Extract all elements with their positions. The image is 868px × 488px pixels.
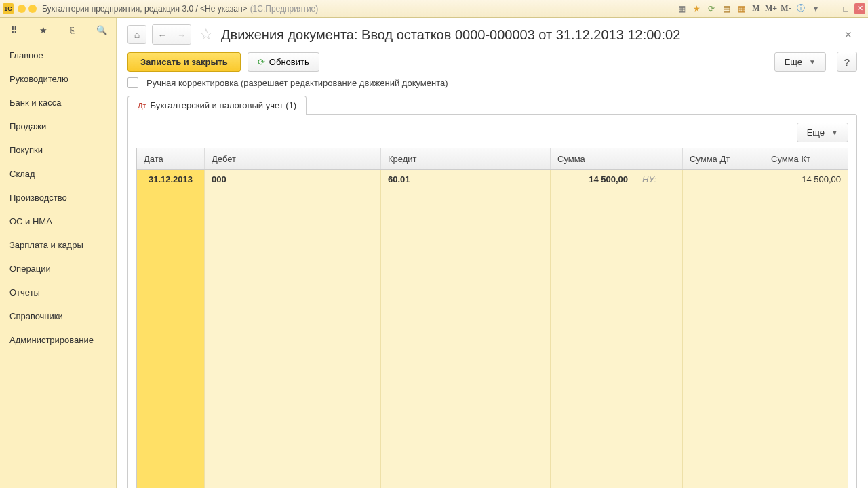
favorite-star-icon[interactable]: ☆ <box>199 26 213 43</box>
save-close-button[interactable]: Записать и закрыть <box>127 52 241 72</box>
sidebar-item-sales[interactable]: Продажи <box>0 115 116 138</box>
chevron-down-icon: ▼ <box>831 129 838 136</box>
manual-correction-row: Ручная корректировка (разрешает редактир… <box>117 77 868 95</box>
table-row[interactable]: 31.12.2013 000 60.01 14 500,00 НУ: 14 50… <box>137 170 848 488</box>
sidebar-item-manager[interactable]: Руководителю <box>0 67 116 91</box>
clipboard-icon[interactable]: ⎘ <box>66 24 79 37</box>
refresh-label: Обновить <box>269 57 309 67</box>
ledger-table: Дата Дебет Кредит Сумма Сумма Дт Сумма К… <box>136 148 848 488</box>
sidebar-item-warehouse[interactable]: Склад <box>0 162 116 186</box>
content-area: ⌂ ← → ☆ Движения документа: Ввод остатко… <box>117 18 868 488</box>
window-subtitle: (1С:Предприятие) <box>250 4 319 14</box>
minimize-icon[interactable]: ─ <box>825 3 837 15</box>
sidebar-item-assets[interactable]: ОС и НМА <box>0 209 116 233</box>
forward-button[interactable]: → <box>172 25 191 44</box>
table-header: Дата Дебет Кредит Сумма Сумма Дт Сумма К… <box>137 148 848 170</box>
window-titlebar: 1С Бухгалтерия предприятия, редакция 3.0… <box>0 0 868 18</box>
sidebar-item-reports[interactable]: Отчеты <box>0 281 116 304</box>
chevron-down-icon: ▼ <box>809 58 816 66</box>
tab-strip: Дт Бухгалтерский и налоговый учет (1) <box>117 95 868 114</box>
table-body[interactable]: 31.12.2013 000 60.01 14 500,00 НУ: 14 50… <box>137 170 848 488</box>
sidebar-item-operations[interactable]: Операции <box>0 257 116 281</box>
page-header: ⌂ ← → ☆ Движения документа: Ввод остатко… <box>117 18 868 49</box>
memory-mplus-button[interactable]: М+ <box>765 3 777 15</box>
panel-more-label: Еще <box>807 127 825 138</box>
toolbar: Записать и закрыть ⟳ Обновить Еще ▼ ? <box>117 49 868 77</box>
th-date[interactable]: Дата <box>137 148 205 169</box>
th-indicator <box>635 148 683 169</box>
ledger-icon: Дт <box>138 102 146 110</box>
dropdown-icon[interactable]: ▾ <box>810 3 822 15</box>
close-icon[interactable]: ✕ <box>854 3 865 14</box>
th-sum-kt[interactable]: Сумма Кт <box>764 148 848 169</box>
memory-m-button[interactable]: М <box>750 3 762 15</box>
memory-mminus-button[interactable]: М- <box>780 3 792 15</box>
cell-credit-account: 60.01 <box>381 170 551 488</box>
refresh-icon: ⟳ <box>258 57 265 67</box>
panel-more-button[interactable]: Еще ▼ <box>797 123 848 142</box>
home-button[interactable]: ⌂ <box>127 25 146 44</box>
grid-icon[interactable]: ▦ <box>675 3 688 15</box>
history-icon[interactable]: ⟳ <box>705 3 717 15</box>
page-close-button[interactable]: × <box>839 28 857 42</box>
more-button[interactable]: Еще ▼ <box>774 52 826 72</box>
cell-sum: 14 500,00 <box>551 170 635 488</box>
star-icon[interactable]: ★ <box>690 3 703 15</box>
accounting-panel: Еще ▼ Дата Дебет Кредит Сумма Сумма Дт С… <box>127 114 857 488</box>
sidebar-item-admin[interactable]: Администрирование <box>0 328 116 352</box>
sidebar-item-production[interactable]: Производство <box>0 186 116 209</box>
main-layout: ⠿ ★ ⎘ 🔍 Главное Руководителю Банк и касс… <box>0 18 868 488</box>
th-sum-dt[interactable]: Сумма Дт <box>683 148 764 169</box>
calc-icon[interactable]: ▤ <box>720 3 732 15</box>
sidebar-item-purchases[interactable]: Покупки <box>0 138 116 162</box>
cell-sum-kt: 14 500,00 <box>764 170 848 488</box>
manual-correction-checkbox[interactable] <box>127 77 138 88</box>
maximize-icon[interactable]: □ <box>840 3 852 15</box>
back-button[interactable]: ← <box>153 25 172 44</box>
refresh-button[interactable]: ⟳ Обновить <box>248 52 319 72</box>
cell-sum-dt <box>683 170 764 488</box>
cell-date: 31.12.2013 <box>137 170 205 488</box>
tab-label: Бухгалтерский и налоговый учет (1) <box>151 100 297 110</box>
favorite-icon[interactable]: ★ <box>37 24 50 37</box>
th-debit[interactable]: Дебет <box>205 148 381 169</box>
page-title: Движения документа: Ввод остатков 0000-0… <box>221 27 833 43</box>
sidebar-item-bank[interactable]: Банк и касса <box>0 91 116 115</box>
sidebar-toolbar: ⠿ ★ ⎘ 🔍 <box>0 18 116 43</box>
nav-circle-forward-icon[interactable] <box>28 5 37 13</box>
tab-accounting[interactable]: Дт Бухгалтерский и налоговый учет (1) <box>127 96 307 115</box>
titlebar-right: ▦ ★ ⟳ ▤ ▦ М М+ М- ⓘ ▾ ─ □ ✕ <box>675 3 865 15</box>
apps-icon[interactable]: ⠿ <box>7 24 21 37</box>
info-icon[interactable]: ⓘ <box>795 3 807 15</box>
search-icon[interactable]: 🔍 <box>95 24 108 37</box>
manual-correction-label: Ручная корректировка (разрешает редактир… <box>146 78 448 88</box>
calendar-icon[interactable]: ▦ <box>735 3 747 15</box>
panel-toolbar: Еще ▼ <box>136 123 848 142</box>
sidebar-item-catalogs[interactable]: Справочники <box>0 304 116 328</box>
nav-buttons: ← → <box>152 24 191 45</box>
sidebar: ⠿ ★ ⎘ 🔍 Главное Руководителю Банк и касс… <box>0 18 117 488</box>
nav-circle-back-icon[interactable] <box>18 5 26 13</box>
window-title: Бухгалтерия предприятия, редакция 3.0 / … <box>42 4 248 14</box>
cell-indicator-nu: НУ: <box>635 170 683 488</box>
cell-debit-account: 000 <box>205 170 381 488</box>
sidebar-item-main[interactable]: Главное <box>0 43 116 67</box>
th-sum[interactable]: Сумма <box>551 148 635 169</box>
more-label: Еще <box>785 57 802 67</box>
sidebar-item-salary[interactable]: Зарплата и кадры <box>0 233 116 257</box>
app-icon: 1С <box>3 3 14 14</box>
th-credit[interactable]: Кредит <box>381 148 551 169</box>
help-button[interactable]: ? <box>837 52 857 72</box>
